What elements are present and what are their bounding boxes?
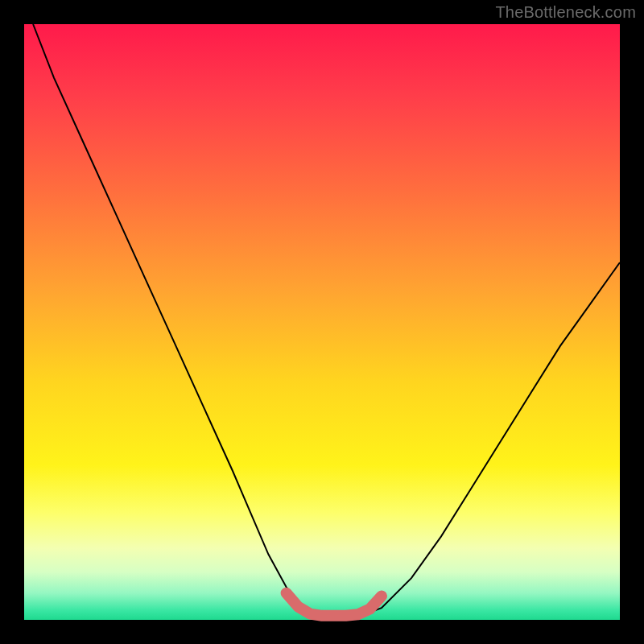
bottleneck-chart [0, 0, 644, 644]
plot-background [24, 24, 620, 620]
chart-frame: TheBottleneck.com [0, 0, 644, 644]
watermark-text: TheBottleneck.com [495, 3, 636, 22]
